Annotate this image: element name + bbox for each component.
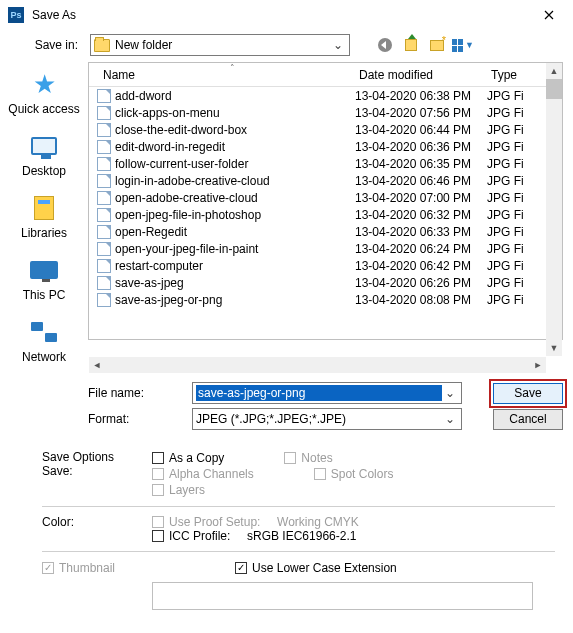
folder-icon — [94, 39, 110, 52]
file-name: close-the-edit-dword-box — [115, 123, 355, 137]
new-folder-icon — [430, 40, 444, 51]
column-headers: Name˄ Date modified Type — [89, 63, 562, 87]
file-row[interactable]: open-jpeg-file-in-photoshop13-04-2020 06… — [97, 206, 562, 223]
file-icon — [97, 208, 111, 222]
save-button[interactable]: Save — [493, 383, 563, 404]
column-date[interactable]: Date modified — [353, 64, 485, 86]
file-icon — [97, 293, 111, 307]
format-label: Format: — [88, 412, 186, 426]
file-date: 13-04-2020 06:38 PM — [355, 89, 487, 103]
filename-label: File name: — [88, 386, 186, 400]
file-row[interactable]: edit-dword-in-regedit13-04-2020 06:36 PM… — [97, 138, 562, 155]
column-name[interactable]: Name˄ — [97, 64, 353, 86]
views-button[interactable]: ▼ — [452, 34, 474, 56]
file-icon — [97, 191, 111, 205]
file-type: JPG Fi — [487, 123, 537, 137]
chevron-down-icon: ⌄ — [330, 38, 346, 52]
spot-colors-checkbox: Spot Colors — [314, 467, 394, 481]
place-this-pc[interactable]: This PC — [0, 252, 88, 306]
folder-up-icon — [405, 39, 417, 51]
file-icon — [97, 157, 111, 171]
file-date: 13-04-2020 07:56 PM — [355, 106, 487, 120]
lowercase-ext-checkbox[interactable]: Use Lower Case Extension — [235, 561, 397, 575]
scroll-right-button[interactable]: ► — [530, 357, 546, 373]
scroll-left-button[interactable]: ◄ — [89, 357, 105, 373]
scroll-thumb[interactable] — [546, 79, 562, 99]
places-bar: ★Quick access Desktop Libraries This PC … — [0, 60, 88, 374]
file-row[interactable]: open-your-jpeg-file-in-paint13-04-2020 0… — [97, 240, 562, 257]
file-name: login-in-adobe-creative-cloud — [115, 174, 355, 188]
save-options-header: Save Options — [42, 450, 152, 464]
scroll-down-button[interactable]: ▼ — [546, 340, 562, 356]
file-row[interactable]: save-as-jpeg13-04-2020 06:26 PMJPG Fi — [97, 274, 562, 291]
format-combo[interactable]: JPEG (*.JPG;*.JPEG;*.JPE) ⌄ — [192, 408, 462, 430]
file-type: JPG Fi — [487, 140, 537, 154]
network-icon — [31, 322, 57, 342]
file-name: click-apps-on-menu — [115, 106, 355, 120]
place-libraries[interactable]: Libraries — [0, 190, 88, 244]
file-icon — [97, 242, 111, 256]
file-row[interactable]: login-in-adobe-creative-cloud13-04-2020 … — [97, 172, 562, 189]
save-sublabel: Save: — [42, 464, 152, 478]
file-rows[interactable]: add-dword13-04-2020 06:38 PMJPG Ficlick-… — [89, 87, 562, 308]
filename-combo[interactable]: save-as-jpeg-or-png ⌄ — [192, 382, 462, 404]
icc-profile-checkbox[interactable]: ICC Profile: sRGB IEC61966-2.1 — [152, 529, 555, 543]
close-button[interactable] — [527, 0, 571, 30]
as-a-copy-checkbox[interactable]: As a Copy — [152, 451, 224, 465]
format-value: JPEG (*.JPG;*.JPEG;*.JPE) — [196, 412, 442, 426]
file-date: 13-04-2020 06:42 PM — [355, 259, 487, 273]
file-name: follow-current-user-folder — [115, 157, 355, 171]
file-name: save-as-jpeg — [115, 276, 355, 290]
save-in-combo[interactable]: New folder ⌄ — [90, 34, 350, 56]
file-icon — [97, 259, 111, 273]
file-row[interactable]: save-as-jpeg-or-png13-04-2020 08:08 PMJP… — [97, 291, 562, 308]
star-icon: ★ — [33, 71, 56, 97]
chevron-down-icon: ⌄ — [442, 412, 458, 426]
up-button[interactable] — [400, 34, 422, 56]
file-row[interactable]: open-adobe-creative-cloud13-04-2020 07:0… — [97, 189, 562, 206]
scroll-up-button[interactable]: ▲ — [546, 63, 562, 79]
place-quick-access[interactable]: ★Quick access — [0, 66, 88, 120]
file-type: JPG Fi — [487, 174, 537, 188]
vertical-scrollbar[interactable]: ▲ ▼ — [546, 63, 562, 356]
column-type[interactable]: Type — [485, 64, 535, 86]
file-date: 13-04-2020 06:46 PM — [355, 174, 487, 188]
file-name: open-jpeg-file-in-photoshop — [115, 208, 355, 222]
file-icon — [97, 89, 111, 103]
file-row[interactable]: follow-current-user-folder13-04-2020 06:… — [97, 155, 562, 172]
place-network[interactable]: Network — [0, 314, 88, 368]
file-type: JPG Fi — [487, 259, 537, 273]
sort-asc-icon: ˄ — [230, 63, 235, 73]
horizontal-scrollbar[interactable]: ◄ ► — [89, 357, 546, 373]
file-row[interactable]: open-Regedit13-04-2020 06:33 PMJPG Fi — [97, 223, 562, 240]
file-row[interactable]: close-the-edit-dword-box13-04-2020 06:44… — [97, 121, 562, 138]
file-date: 13-04-2020 06:32 PM — [355, 208, 487, 222]
file-type: JPG Fi — [487, 106, 537, 120]
file-icon — [97, 140, 111, 154]
filename-value: save-as-jpeg-or-png — [196, 385, 442, 401]
file-type: JPG Fi — [487, 191, 537, 205]
file-row[interactable]: click-apps-on-menu13-04-2020 07:56 PMJPG… — [97, 104, 562, 121]
file-name: save-as-jpeg-or-png — [115, 293, 355, 307]
cancel-button[interactable]: Cancel — [493, 409, 563, 430]
title-bar: Ps Save As — [0, 0, 573, 30]
file-type: JPG Fi — [487, 89, 537, 103]
file-name: open-adobe-creative-cloud — [115, 191, 355, 205]
save-options-panel: Save Options Save: As a Copy Notes Alpha… — [32, 440, 563, 616]
place-desktop[interactable]: Desktop — [0, 128, 88, 182]
file-row[interactable]: restart-computer13-04-2020 06:42 PMJPG F… — [97, 257, 562, 274]
warning-box — [152, 582, 533, 610]
file-name: open-Regedit — [115, 225, 355, 239]
file-icon — [97, 123, 111, 137]
file-date: 13-04-2020 06:24 PM — [355, 242, 487, 256]
thumbnail-checkbox: Thumbnail — [42, 561, 115, 575]
new-folder-button[interactable] — [426, 34, 448, 56]
file-date: 13-04-2020 06:33 PM — [355, 225, 487, 239]
file-name: edit-dword-in-regedit — [115, 140, 355, 154]
file-date: 13-04-2020 06:35 PM — [355, 157, 487, 171]
file-icon — [97, 174, 111, 188]
grid-icon — [452, 39, 463, 52]
file-type: JPG Fi — [487, 208, 537, 222]
file-row[interactable]: add-dword13-04-2020 06:38 PMJPG Fi — [97, 87, 562, 104]
back-button[interactable] — [374, 34, 396, 56]
